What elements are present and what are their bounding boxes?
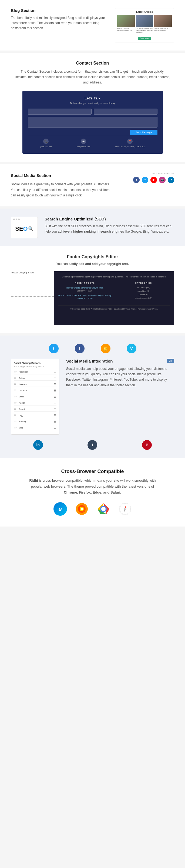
contact-message-textarea[interactable] (28, 117, 157, 127)
reddit-label: Reddit (19, 402, 54, 404)
cross-browser-description: Ridhi is cross-browser compatible, which… (25, 477, 160, 495)
tumblr-label: Tumblr (19, 408, 54, 410)
blog-read-more[interactable]: Read More (117, 35, 172, 40)
toggle-icon-em[interactable]: ☰ (54, 395, 57, 398)
social-int-description: Social media can help boost your engagem… (66, 366, 174, 388)
social-icons-row: f t ▶ 📷 in (120, 177, 174, 183)
toggle-icon-yu[interactable]: ☰ (54, 420, 57, 423)
blog-heading: Blog Section (11, 8, 107, 13)
contact-heading: Contact Section (11, 61, 174, 66)
social-panel-digg[interactable]: 👁 Digg ☰ (14, 413, 57, 418)
facebook-icon[interactable]: f (133, 177, 140, 183)
seo-logo-dots (13, 219, 20, 220)
footer-preview-wrapper: Footer Copyright Text Become a professio… (11, 271, 174, 325)
footer-categories-col: CATEGORIES Business (10) coaching (8) On… (117, 282, 171, 302)
contact-name-input[interactable] (28, 108, 92, 115)
phone-icon: 📞 (43, 138, 49, 144)
blog-image-1 (117, 15, 135, 27)
footer-cols: RECENT POSTS How to Create a Personal Gr… (58, 282, 170, 302)
footer-post-1-date: January 7, 2020 (58, 289, 112, 292)
toggle-icon-tu[interactable]: ☰ (54, 408, 57, 411)
blog-description: The beautifully and minimally designed B… (11, 16, 107, 31)
blog-caption-3: The Hidden Danger of Online Success (154, 28, 172, 31)
seo-logo-text: SEO (15, 225, 28, 232)
blog-image-2 (136, 15, 153, 27)
footer-cat-3: Online (6) (117, 293, 171, 296)
seo-desc-end: like Google, Bing, Yandex, etc. (125, 229, 169, 234)
footer-preview-container: Become a professional agent by providing… (54, 271, 174, 325)
social-panel-tumblr[interactable]: 👁 Tumblr ☰ (14, 407, 57, 412)
cross-browser-desc: is cross-browser compatible, which means… (31, 478, 156, 489)
blog-preview: Latest Articles How to Create a Personal… (115, 8, 174, 42)
footer-post-2-link[interactable]: Online Careers Your Can Start with Basic… (58, 294, 111, 300)
bing-label: Bing (19, 427, 54, 429)
blog-text: Blog Section The beautifully and minimal… (11, 8, 107, 31)
youtube-icon[interactable]: ▶ (150, 177, 157, 183)
eye-icon-re: 👁 (14, 401, 17, 404)
social-panel-reddit[interactable]: 👁 Reddit ☰ (14, 401, 57, 405)
read-more-button[interactable]: Read More (138, 37, 152, 40)
blog-image-3 (154, 15, 172, 27)
social-panel-pinterest[interactable]: 👁 Pinterest ☰ (14, 382, 57, 387)
contact-email: ✉ info@email.com (77, 138, 90, 148)
social-panel-twitter[interactable]: 👁 Twitter ☰ (14, 376, 57, 381)
blog-images-row: How to Create a Personal Growth Plan 10 … (117, 15, 172, 33)
social-panel-email[interactable]: 👁 Email ☰ (14, 395, 57, 399)
instagram-icon[interactable]: 📷 (159, 177, 165, 183)
footer-cat-4: Uncategorized (3) (117, 297, 171, 299)
social-panel-yummly[interactable]: 👁 Yummly ☰ (14, 419, 57, 424)
contact-submit-button[interactable]: Send Message (130, 130, 157, 135)
toggle-icon-pi[interactable]: ☰ (54, 383, 57, 386)
firefox-svg (75, 502, 89, 516)
toggle-icon-tw[interactable]: ☰ (54, 377, 57, 379)
facebook-float-icon: f (75, 344, 85, 353)
search-magnify-icon: 🔍 (28, 226, 33, 231)
eye-icon-li: 👁 (14, 389, 17, 392)
toggle-icon-di[interactable]: ☰ (54, 414, 57, 417)
contact-preview: Let's Talk Tell us what you want and you… (23, 91, 163, 154)
contact-preview-subtitle: Tell us what you want and you need today (28, 101, 157, 105)
footer-post-2: Online Careers Your Can Start with Basic… (58, 294, 112, 300)
toggle-icon-li[interactable]: ☰ (54, 389, 57, 392)
contact-form-row (28, 108, 157, 115)
browsers-bold: Chrome, Firefox, Edge, and Safari. (64, 490, 121, 494)
footer-post-1-link[interactable]: How to Create a Personal Growth Plan (66, 287, 103, 289)
copyright-text: © Copyright 2020 Ridhi. All Rights Reser… (70, 308, 158, 310)
twitter-float-icon: t (49, 344, 59, 353)
social-panel-linkedin[interactable]: 👁 LinkedIn ☰ (14, 388, 57, 393)
social-integration-section: t f 🔔 V Social Sharing Buttons Sort or t… (0, 336, 185, 458)
footer-sidebar-input: Footer Copyright Text (11, 271, 54, 325)
contact-description: The Contact Section includes a contact f… (14, 69, 171, 85)
browser-icons-row: e (11, 502, 174, 516)
firefox-browser-icon (75, 502, 89, 516)
toggle-icon-fb[interactable]: ☰ (54, 370, 57, 373)
social-panel-subtitle: Sort or toggle social sharing buttons (14, 366, 57, 367)
social-int-content: Social Media Integration VK Social media… (66, 359, 174, 388)
svg-point-13 (124, 508, 126, 510)
vk-badge: VK (167, 359, 174, 363)
social-sharing-panel: Social Sharing Buttons Sort or toggle so… (11, 359, 59, 435)
toggle-icon-bi[interactable]: ☰ (54, 426, 57, 429)
twitter-icon[interactable]: t (142, 177, 148, 183)
blog-caption-1: How to Create a Personal Growth Plan (117, 28, 135, 31)
social-heading: Social Media Section (11, 172, 112, 179)
cross-browser-heading: Cross-Browser Compatible (11, 469, 174, 474)
contact-email-text: info@email.com (77, 145, 90, 148)
eye-icon-fb: 👁 (14, 370, 17, 373)
eye-icon-pi: 👁 (14, 383, 17, 386)
contact-email-input[interactable] (94, 108, 157, 115)
twitter-label: Twitter (19, 377, 54, 379)
contact-address-text: Street No. 14, Somalia, CA 824 200 (115, 145, 145, 148)
footer-copyright-textarea[interactable] (11, 275, 54, 297)
footer-bottom-copyright: © Copyright 2020 Ridhi. All Rights Reser… (58, 306, 170, 310)
linkedin-icon[interactable]: in (168, 177, 174, 183)
footer-recent-posts-label: RECENT POSTS (58, 282, 112, 284)
social-int-top-icons: t f 🔔 V (11, 344, 174, 353)
seo-logo: SEO 🔍 (15, 225, 33, 232)
contact-phone-text: (023) 422-433 (40, 145, 52, 148)
digg-label: Digg (19, 414, 54, 416)
blog-caption-2: 10 Online Careers That Can Start With Ba… (136, 28, 153, 33)
social-panel-facebook[interactable]: 👁 Facebook ☰ (14, 370, 57, 374)
social-panel-bing[interactable]: 👁 Bing ☰ (14, 426, 57, 430)
toggle-icon-re[interactable]: ☰ (54, 401, 57, 404)
